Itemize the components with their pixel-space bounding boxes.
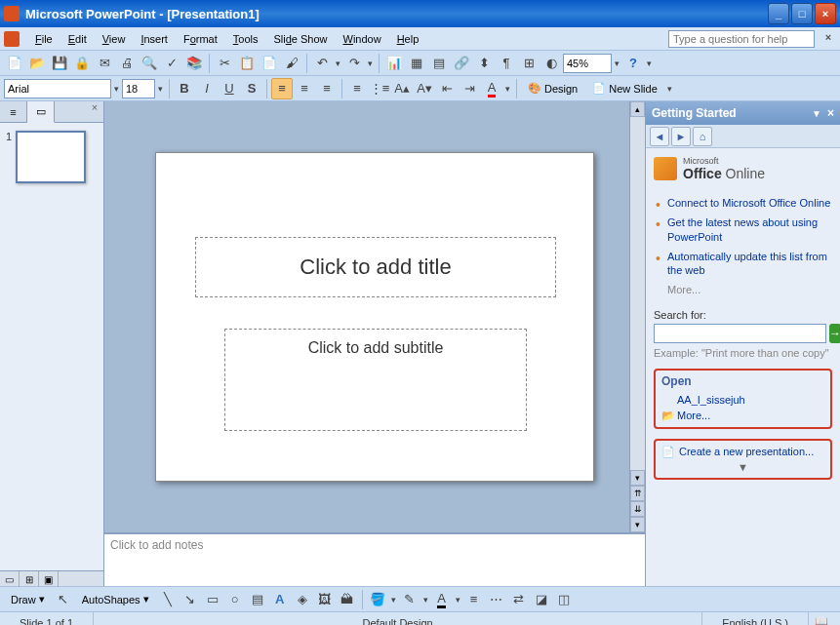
- task-pane-close-button[interactable]: ×: [827, 106, 834, 120]
- bold-button[interactable]: B: [174, 78, 195, 99]
- scroll-menu-button[interactable]: ▾: [630, 517, 645, 532]
- search-input[interactable]: [654, 324, 826, 343]
- insert-chart-button[interactable]: 📊: [383, 53, 405, 74]
- zoom-dropdown[interactable]: ▾: [613, 59, 621, 68]
- redo-button[interactable]: ↷: [343, 53, 365, 74]
- line-color-button[interactable]: ✎: [399, 589, 420, 610]
- help-search-input[interactable]: [668, 30, 815, 48]
- nav-home-button[interactable]: ⌂: [693, 127, 712, 146]
- increase-indent-button[interactable]: ⇥: [459, 78, 480, 99]
- slideshow-view-button[interactable]: ▣: [39, 571, 59, 587]
- panel-close-button[interactable]: ×: [86, 101, 103, 122]
- font-color-draw-dropdown[interactable]: ▾: [454, 595, 462, 605]
- document-icon[interactable]: [4, 31, 20, 47]
- search-go-button[interactable]: →: [829, 324, 840, 343]
- oval-button[interactable]: ○: [224, 589, 246, 610]
- picture-button[interactable]: 🏔: [337, 589, 358, 610]
- autoshapes-button[interactable]: AutoShapes ▾: [75, 589, 156, 610]
- select-objects-button[interactable]: ↖: [53, 589, 74, 610]
- language-indicator[interactable]: English (U.S.): [702, 612, 809, 625]
- italic-button[interactable]: I: [196, 78, 218, 99]
- wordart-button[interactable]: A: [269, 589, 291, 610]
- recent-file-link[interactable]: AA_I_sissejuh: [661, 392, 824, 408]
- shadow-button[interactable]: S: [241, 78, 262, 99]
- vertical-scrollbar[interactable]: ▴ ▾ ⇈ ⇊ ▾: [629, 101, 645, 532]
- prev-slide-button[interactable]: ⇈: [630, 486, 645, 501]
- new-slide-button[interactable]: 📄 New Slide: [585, 78, 664, 99]
- close-button[interactable]: ×: [815, 3, 836, 24]
- font-size-combo[interactable]: [122, 79, 155, 98]
- zoom-combo[interactable]: [563, 54, 612, 73]
- menu-file[interactable]: File: [27, 30, 60, 48]
- align-left-button[interactable]: ≡: [271, 78, 293, 99]
- textbox-button[interactable]: ▤: [247, 589, 268, 610]
- color-grayscale-button[interactable]: ◐: [540, 53, 562, 74]
- sorter-view-button[interactable]: ⊞: [20, 571, 39, 587]
- mdi-close-button[interactable]: ×: [820, 31, 836, 47]
- insert-table-button[interactable]: ▦: [406, 53, 427, 74]
- menu-slideshow[interactable]: Slide Show: [265, 30, 335, 48]
- links-more[interactable]: More...: [654, 280, 832, 299]
- maximize-button[interactable]: □: [791, 3, 813, 24]
- nav-forward-button[interactable]: ►: [671, 127, 691, 146]
- next-slide-button[interactable]: ⇊: [630, 501, 645, 517]
- 3d-style-button[interactable]: ◫: [553, 589, 575, 610]
- redo-dropdown[interactable]: ▾: [366, 59, 375, 68]
- slide-canvas[interactable]: Click to add title Click to add subtitle: [155, 152, 594, 482]
- insert-hyperlink-button[interactable]: 🔗: [451, 53, 472, 74]
- email-button[interactable]: ✉: [94, 53, 115, 74]
- align-center-button[interactable]: ≡: [294, 78, 315, 99]
- slide-canvas-area[interactable]: Click to add title Click to add subtitle: [104, 101, 645, 532]
- spelling-button[interactable]: ✓: [161, 53, 182, 74]
- research-button[interactable]: 📚: [183, 53, 205, 74]
- spelling-status-icon[interactable]: 📖: [815, 615, 834, 626]
- expand-button[interactable]: ▼: [661, 459, 824, 475]
- menu-tools[interactable]: Tools: [225, 30, 266, 48]
- minimize-button[interactable]: _: [768, 3, 789, 24]
- diagram-button[interactable]: ◈: [292, 589, 313, 610]
- scroll-down-button[interactable]: ▾: [630, 470, 645, 486]
- slides-tab[interactable]: ▭: [27, 101, 55, 123]
- dash-style-button[interactable]: ⋯: [486, 589, 507, 610]
- font-color-dropdown[interactable]: ▾: [503, 84, 512, 94]
- line-color-dropdown[interactable]: ▾: [421, 595, 430, 605]
- rectangle-button[interactable]: ▭: [202, 589, 223, 610]
- normal-view-button[interactable]: ▭: [0, 571, 20, 587]
- expand-all-button[interactable]: ⬍: [473, 53, 495, 74]
- help-button[interactable]: ?: [622, 53, 644, 74]
- paste-button[interactable]: 📄: [259, 53, 280, 74]
- copy-button[interactable]: 📋: [236, 53, 258, 74]
- font-combo[interactable]: [4, 79, 111, 98]
- design-button[interactable]: 🎨 Design: [521, 78, 584, 99]
- format-painter-button[interactable]: 🖌: [281, 53, 302, 74]
- menu-insert[interactable]: Insert: [133, 30, 176, 48]
- print-button[interactable]: 🖨: [116, 53, 138, 74]
- shadow-style-button[interactable]: ◪: [531, 589, 552, 610]
- menu-edit[interactable]: Edit: [60, 30, 95, 48]
- link-connect-office[interactable]: Connect to Microsoft Office Online: [667, 193, 832, 213]
- format-toolbar-options[interactable]: ▾: [665, 84, 674, 94]
- align-right-button[interactable]: ≡: [316, 78, 338, 99]
- fill-color-button[interactable]: 🪣: [367, 589, 388, 610]
- draw-menu-button[interactable]: Draw ▾: [4, 589, 52, 610]
- arrow-style-button[interactable]: ⇄: [508, 589, 530, 610]
- menu-format[interactable]: Format: [176, 30, 225, 48]
- menu-view[interactable]: View: [95, 30, 134, 48]
- link-auto-update[interactable]: Automatically update this list from the …: [667, 247, 832, 281]
- font-dropdown[interactable]: ▾: [112, 84, 121, 94]
- save-button[interactable]: 💾: [49, 53, 70, 74]
- font-color-button[interactable]: A: [481, 78, 502, 99]
- clipart-button[interactable]: 🖼: [314, 589, 336, 610]
- create-new-link[interactable]: 📄Create a new presentation...: [661, 444, 824, 459]
- show-formatting-button[interactable]: ¶: [496, 53, 517, 74]
- subtitle-placeholder[interactable]: Click to add subtitle: [224, 329, 527, 431]
- undo-dropdown[interactable]: ▾: [334, 59, 342, 68]
- outline-tab[interactable]: ≡: [0, 101, 27, 123]
- increase-font-button[interactable]: A▴: [391, 78, 413, 99]
- slide-thumbnail[interactable]: [16, 131, 86, 183]
- title-placeholder[interactable]: Click to add title: [195, 237, 556, 297]
- print-preview-button[interactable]: 🔍: [139, 53, 160, 74]
- undo-button[interactable]: ↶: [311, 53, 333, 74]
- cut-button[interactable]: ✂: [214, 53, 235, 74]
- link-latest-news[interactable]: Get the latest news about using PowerPoi…: [667, 213, 832, 247]
